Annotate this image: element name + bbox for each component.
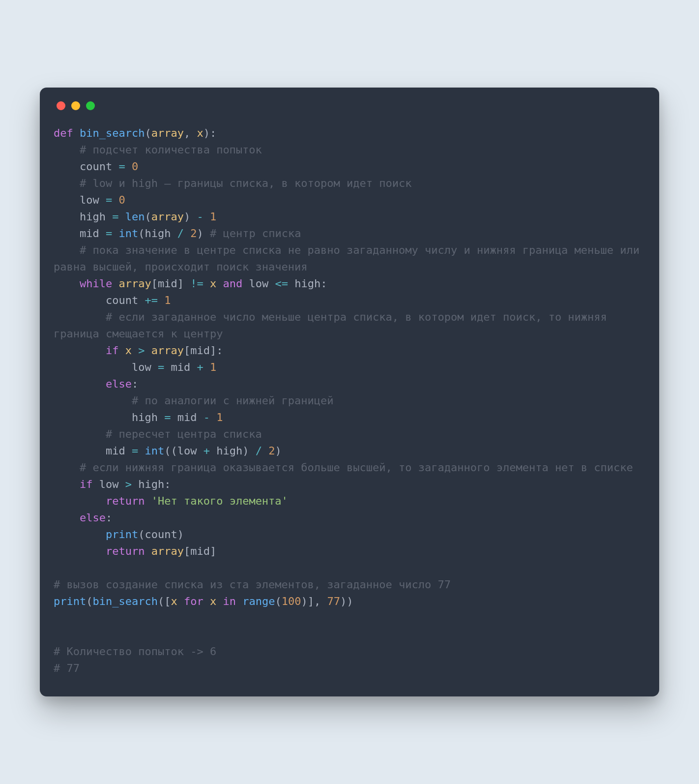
comment: # если нижняя граница оказывается больше… bbox=[80, 461, 633, 474]
comment: # подсчет количества попыток bbox=[80, 144, 262, 156]
window-titlebar bbox=[54, 101, 645, 110]
string-literal: 'Нет такого элемента' bbox=[151, 495, 288, 507]
param-array: array bbox=[151, 127, 184, 139]
kw-def: def bbox=[54, 127, 73, 139]
comment: # пересчет центра списка bbox=[106, 428, 262, 440]
fn-bin-search: bin_search bbox=[80, 127, 145, 139]
comment: # если загаданное число меньше центра сп… bbox=[54, 311, 613, 340]
comment: # по аналогии с нижней границей bbox=[132, 394, 334, 407]
comment: # вызов создание списка из ста элементов… bbox=[54, 578, 451, 591]
param-x: x bbox=[197, 127, 203, 139]
code-block: def bin_search(array, x): # подсчет коли… bbox=[54, 125, 645, 677]
comment-output: # Количество попыток -> 6 bbox=[54, 645, 216, 658]
maximize-icon[interactable] bbox=[86, 101, 95, 110]
minimize-icon[interactable] bbox=[71, 101, 80, 110]
comment: # пока значение в центре списка не равно… bbox=[54, 244, 646, 273]
code-window: def bin_search(array, x): # подсчет коли… bbox=[40, 88, 659, 696]
comment-output: # 77 bbox=[54, 662, 80, 674]
comment: # low и high – границы списка, в котором… bbox=[80, 177, 412, 189]
close-icon[interactable] bbox=[57, 101, 65, 110]
